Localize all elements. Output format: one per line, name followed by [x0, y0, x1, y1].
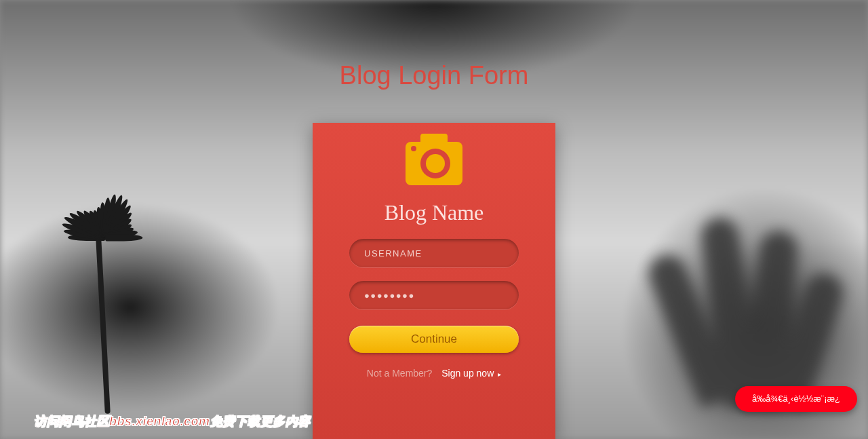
- continue-button[interactable]: Continue: [349, 326, 519, 353]
- footer-promo-text: 访问闲鸟社区bbs.xienlao.com免费下载更多内容: [34, 413, 311, 430]
- signup-row: Not a Member? Sign up now ▸: [313, 368, 555, 379]
- username-input[interactable]: [349, 239, 519, 267]
- floating-action-button[interactable]: å‰å¾€ä¸‹è½½æ¨¡æ¿: [735, 386, 857, 412]
- login-card: Blog Name Continue Not a Member? Sign up…: [313, 123, 555, 439]
- password-input[interactable]: [349, 281, 519, 309]
- signup-link-label: Sign up now: [441, 368, 494, 379]
- not-member-label: Not a Member?: [367, 368, 432, 379]
- page-title: Blog Login Form: [0, 61, 868, 90]
- signup-link[interactable]: Sign up now ▸: [441, 368, 501, 379]
- blog-name-heading: Blog Name: [313, 200, 555, 225]
- decorative-hand: [665, 176, 841, 407]
- caret-right-icon: ▸: [498, 370, 501, 378]
- camera-icon: [406, 142, 462, 185]
